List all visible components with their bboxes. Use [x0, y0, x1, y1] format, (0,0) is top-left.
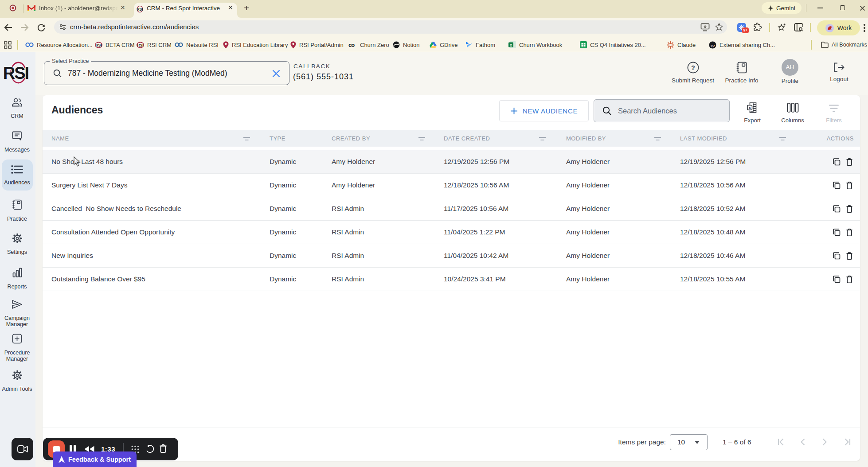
svg-text:x: x	[510, 43, 512, 47]
svg-text:RSI: RSI	[137, 43, 143, 47]
svg-text:RSI: RSI	[137, 7, 143, 12]
svg-text:co: co	[711, 43, 715, 47]
svg-text:RSI: RSI	[3, 64, 29, 82]
svg-text:co: co	[348, 42, 355, 48]
svg-text:x: x	[748, 105, 751, 110]
svg-text:?: ?	[691, 64, 695, 71]
svg-text:RSI: RSI	[95, 43, 102, 47]
